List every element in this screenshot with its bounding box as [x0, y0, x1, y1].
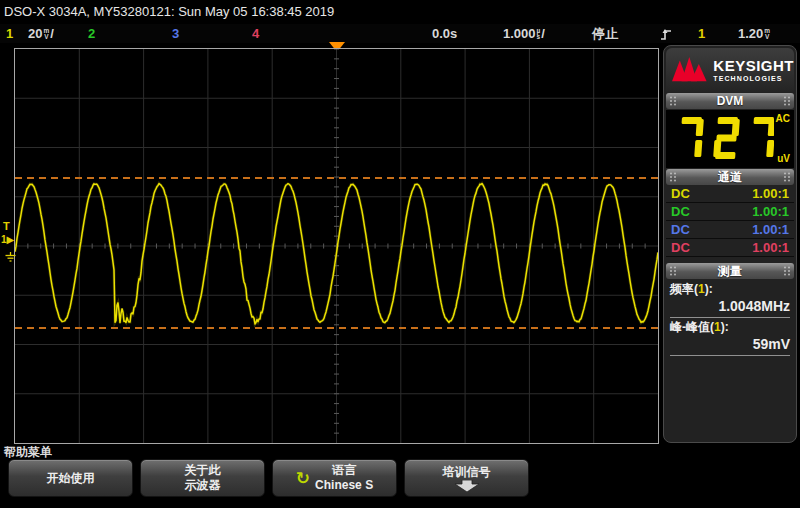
down-arrow-icon — [453, 480, 481, 492]
instrument-title: DSO-X 3034A, MY53280121: Sun May 05 16:3… — [0, 0, 800, 24]
brand-name: KEYSIGHT — [713, 58, 794, 73]
softkey-training-signals[interactable]: 培训信号 — [404, 459, 529, 497]
grip-icon — [783, 266, 791, 276]
brand-subtitle: TECHNOLOGIES — [713, 75, 794, 82]
channel-1-ground-marker[interactable]: 1▶ — [1, 234, 14, 245]
dvm-mode: AC — [776, 113, 790, 124]
channel-3-indicator[interactable]: 3 — [172, 24, 179, 43]
grip-icon — [669, 266, 677, 276]
measurement-frequency-label: 频率(1): — [670, 280, 790, 298]
dvm-section-header: DVM — [666, 93, 794, 109]
grip-icon — [669, 172, 677, 182]
time-offset: 0.0s — [432, 24, 457, 43]
trigger-level-marker[interactable]: T — [3, 220, 10, 232]
measurement-pkpk-label: 峰-峰值(1): — [670, 318, 790, 336]
channel-4-status-row: DC1.00:1 — [666, 239, 794, 257]
info-panel: KEYSIGHT TECHNOLOGIES DVM AC uV 通道 DC1.0… — [663, 45, 797, 443]
run-state-stopped: 停止 — [592, 24, 618, 43]
grip-icon — [669, 96, 677, 106]
channel-2-indicator[interactable]: 2 — [88, 24, 95, 43]
timebase-setting: 1.000µs/ — [503, 24, 545, 43]
grip-icon — [783, 96, 791, 106]
trigger-level: 1.20mV — [738, 24, 771, 43]
dvm-readout: AC uV — [666, 110, 794, 168]
keysight-logo-icon — [672, 56, 708, 84]
refresh-icon: ↻ — [296, 470, 310, 487]
channel-1-scale: 20mV/ — [28, 24, 54, 43]
channel-3-status-row: DC1.00:1 — [666, 221, 794, 239]
measurement-pkpk-value: 59mV — [670, 336, 790, 356]
channel-1-status-row: DC1.00:1 — [666, 185, 794, 203]
measurement-frequency-value: 1.0048MHz — [670, 298, 790, 318]
trigger-source: 1 — [698, 24, 705, 43]
measurement-list: 频率(1): 1.0048MHz 峰-峰值(1): 59mV — [666, 279, 794, 356]
channel-4-indicator[interactable]: 4 — [252, 24, 259, 43]
trigger-edge-icon — [660, 27, 672, 46]
channels-section-header: 通道 — [666, 169, 794, 185]
grip-icon — [783, 172, 791, 182]
waveform-display — [14, 48, 659, 444]
channel-1-indicator[interactable]: 1 — [6, 24, 13, 43]
measure-section-header: 测量 — [666, 263, 794, 279]
softkey-language[interactable]: ↻ 语言Chinese S — [272, 459, 397, 497]
status-bar: 1 20mV/ 2 3 4 0.0s 1.000µs/ 停止 1 1.20mV — [0, 24, 800, 43]
softkey-about-oscilloscope[interactable]: 关于此示波器 — [140, 459, 265, 497]
softkey-getting-started[interactable]: 开始使用 — [8, 459, 133, 497]
channel-2-status-row: DC1.00:1 — [666, 203, 794, 221]
brand-header: KEYSIGHT TECHNOLOGIES — [666, 48, 794, 92]
ground-icon — [5, 248, 16, 266]
seven-segment-digits — [670, 113, 774, 165]
dvm-unit: uV — [777, 153, 790, 164]
